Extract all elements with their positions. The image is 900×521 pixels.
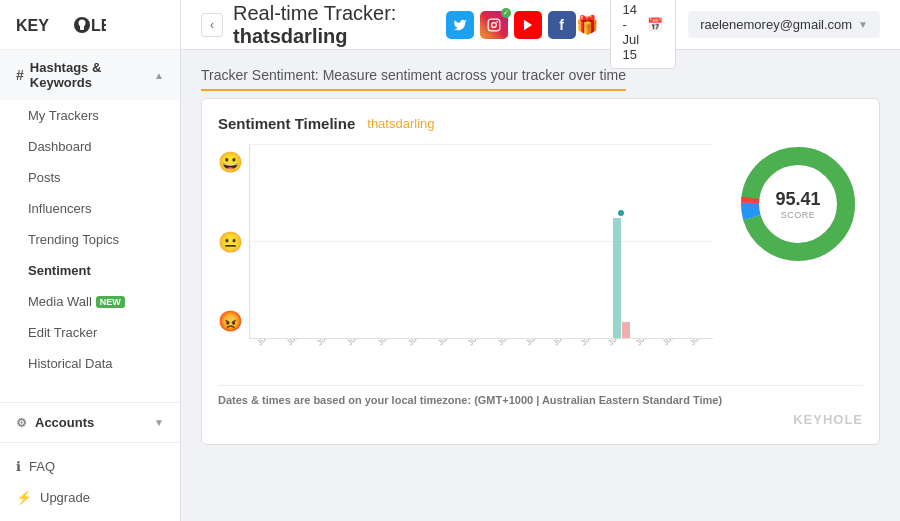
edit-tracker-label: Edit Tracker — [28, 325, 97, 340]
influencers-label: Influencers — [28, 201, 92, 216]
section-label: Hashtags & Keywords — [30, 60, 154, 90]
chart-header: Sentiment Timeline thatsdarling — [218, 115, 863, 132]
footer-note: Dates & times are based on your local ti… — [218, 394, 474, 406]
main-content: ‹ Real-time Tracker: thatsdarling ✓ f — [181, 0, 900, 521]
happy-emoji: 😀 — [218, 150, 243, 174]
trending-topics-label: Trending Topics — [28, 232, 119, 247]
bar-dot — [618, 210, 624, 216]
posts-label: Posts — [28, 170, 61, 185]
footer-detail: (GMT+1000 | Australian Eastern Standard … — [474, 394, 722, 406]
hashtags-section: # Hashtags & Keywords ▲ My Trackers Dash… — [0, 50, 180, 379]
verified-check: ✓ — [501, 8, 511, 18]
chart-card: Sentiment Timeline thatsdarling 😀 😐 😡 — [201, 98, 880, 445]
accounts-header[interactable]: ⚙ Accounts ▼ — [0, 402, 180, 442]
chart-area: 😀 😐 😡 — [218, 144, 863, 377]
dashboard-label: Dashboard — [28, 139, 92, 154]
bar-cluster — [613, 210, 630, 338]
gear-icon: ⚙ — [16, 416, 27, 430]
donut-center: 95.41 SCORE — [775, 189, 820, 220]
topbar-left: ‹ Real-time Tracker: thatsdarling ✓ f — [201, 2, 576, 48]
topbar: ‹ Real-time Tracker: thatsdarling ✓ f — [181, 0, 900, 50]
x-axis-labels: Jun 15 Jun 17 Jun 19 Jun 21 Jun 23 Jun 2… — [252, 339, 713, 377]
svg-text:LE: LE — [91, 17, 106, 34]
sidebar-item-influencers[interactable]: Influencers — [0, 193, 180, 224]
accounts-label: Accounts — [35, 415, 94, 430]
chart-section: 😀 😐 😡 — [218, 144, 713, 377]
sidebar-item-trending-topics[interactable]: Trending Topics — [0, 224, 180, 255]
sidebar-item-sentiment[interactable]: Sentiment — [0, 255, 180, 286]
new-badge: NEW — [96, 296, 125, 308]
chart-title: Sentiment Timeline — [218, 115, 355, 132]
emoji-axis: 😀 😐 😡 — [218, 144, 249, 339]
plot-area — [249, 144, 713, 339]
svg-point-7 — [496, 20, 498, 22]
instagram-icon[interactable]: ✓ — [480, 11, 508, 39]
faq-label: FAQ — [29, 459, 55, 474]
donut-label: SCORE — [775, 210, 820, 220]
accounts-section: ⚙ Accounts ▼ — [0, 402, 180, 442]
sidebar-item-my-trackers[interactable]: My Trackers — [0, 100, 180, 131]
neutral-emoji: 😐 — [218, 230, 243, 254]
bolt-icon: ⚡ — [16, 490, 32, 505]
my-trackers-label: My Trackers — [28, 108, 99, 123]
positive-bar — [613, 218, 621, 338]
twitter-icon[interactable] — [446, 11, 474, 39]
tracker-prefix: Real-time Tracker: — [233, 2, 396, 24]
logo: KEY LE — [0, 0, 180, 50]
user-email: raelenemorey@gmail.com — [700, 17, 852, 32]
collapse-button[interactable]: ‹ — [201, 13, 223, 37]
chevron-down-icon: ▼ — [154, 417, 164, 428]
sidebar: KEY LE # Hashtags & Keywords ▲ My Tracke… — [0, 0, 181, 521]
svg-rect-5 — [488, 19, 500, 31]
chart-tag: thatsdarling — [367, 116, 434, 131]
donut-container: 95.41 SCORE — [733, 144, 863, 264]
content-area: Tracker Sentiment: Measure sentiment acr… — [181, 50, 900, 521]
donut-score: 95.41 — [775, 189, 820, 210]
tracker-title: Real-time Tracker: thatsdarling — [233, 2, 428, 48]
user-menu[interactable]: raelenemorey@gmail.com ▼ — [688, 11, 880, 38]
sidebar-footer: ℹ FAQ ⚡ Upgrade — [0, 442, 180, 521]
chevron-up-icon: ▲ — [154, 70, 164, 81]
facebook-icon[interactable]: f — [548, 11, 576, 39]
calendar-icon: 📅 — [647, 17, 663, 32]
svg-text:KEY: KEY — [16, 17, 49, 34]
angry-emoji: 😡 — [218, 309, 243, 333]
sidebar-item-dashboard[interactable]: Dashboard — [0, 131, 180, 162]
watermark-text: KEYHOLE — [793, 412, 863, 427]
section-title-text: Tracker Sentiment: Measure sentiment acr… — [201, 67, 626, 91]
social-icons: ✓ f — [446, 11, 576, 39]
svg-point-6 — [491, 22, 496, 27]
chart-footer: Dates & times are based on your local ti… — [218, 385, 863, 406]
media-wall-label: Media Wall — [28, 294, 92, 309]
upgrade-label: Upgrade — [40, 490, 90, 505]
sentiment-label: Sentiment — [28, 263, 91, 278]
gridline-mid — [250, 241, 713, 242]
faq-item[interactable]: ℹ FAQ — [0, 451, 180, 482]
sidebar-item-media-wall[interactable]: Media Wall NEW — [0, 286, 180, 317]
sidebar-item-posts[interactable]: Posts — [0, 162, 180, 193]
hashtags-section-header[interactable]: # Hashtags & Keywords ▲ — [0, 50, 180, 100]
user-chevron-down-icon: ▼ — [858, 19, 868, 30]
sidebar-item-historical-data[interactable]: Historical Data — [0, 348, 180, 379]
watermark: KEYHOLE — [218, 410, 863, 428]
hash-icon: # — [16, 67, 24, 83]
bar-pair — [613, 218, 630, 338]
tracker-name: thatsdarling — [233, 25, 347, 47]
youtube-icon[interactable] — [514, 11, 542, 39]
sidebar-item-edit-tracker[interactable]: Edit Tracker — [0, 317, 180, 348]
historical-data-label: Historical Data — [28, 356, 113, 371]
chart-body: 😀 😐 😡 — [218, 144, 713, 339]
section-title: Tracker Sentiment: Measure sentiment acr… — [201, 66, 880, 84]
donut-chart: 95.41 SCORE — [738, 144, 858, 264]
upgrade-item[interactable]: ⚡ Upgrade — [0, 482, 180, 513]
negative-bar — [622, 322, 630, 338]
gridline-top — [250, 144, 713, 145]
info-icon: ℹ — [16, 459, 21, 474]
svg-rect-3 — [80, 25, 84, 30]
gift-icon[interactable]: 🎁 — [576, 14, 598, 36]
svg-marker-8 — [523, 19, 531, 30]
